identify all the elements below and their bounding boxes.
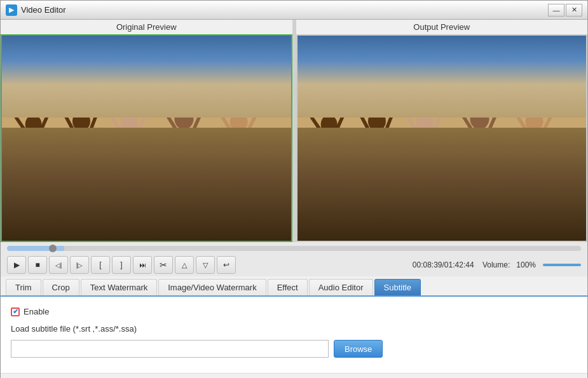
svg-point-53 [525,112,543,132]
volume-value: 100% [516,260,536,269]
stop-button[interactable]: ■ [28,256,47,274]
svg-point-22 [230,112,248,132]
svg-point-6 [25,115,42,134]
svg-rect-32 [297,36,587,118]
video-editor-window: ▶ Video Editor — ✕ Original Preview [0,0,588,378]
svg-rect-46 [416,132,433,161]
subtitle-content-area: ✔ Enable Load subtitle file (*.srt ,*.as… [1,297,587,373]
svg-point-49 [470,109,489,129]
scrubber-area [1,242,587,253]
svg-rect-33 [329,43,425,97]
svg-rect-0 [2,36,291,241]
svg-rect-15 [121,132,137,161]
transport-bar: ▶ ■ ◁| |▷ [ ] ⏭ ✂ △ ▽ ↩ 00:08:39/01:42:4… [1,253,587,276]
volume-label: Volume: [482,260,510,269]
svg-rect-11 [73,130,90,160]
prev-frame-button[interactable]: ◁| [49,256,68,274]
svg-rect-28 [2,199,129,210]
svg-rect-27 [239,206,287,241]
output-preview-label: Output Preview [296,20,588,34]
svg-rect-58 [568,176,586,241]
svg-rect-31 [297,36,587,241]
svg-point-37 [320,115,337,134]
svg-rect-38 [322,132,336,159]
close-button[interactable]: ✕ [566,4,582,17]
skip-end-button[interactable]: ⏭ [133,256,152,274]
svg-rect-23 [231,130,247,161]
volume-control [543,264,581,266]
delete-segment-button[interactable]: △ [175,256,194,274]
enable-checkbox[interactable]: ✔ [11,307,20,316]
minimize-button[interactable]: — [548,4,564,17]
enable-row: ✔ Enable [11,307,577,316]
volume-slider[interactable] [543,264,581,266]
mark-out-button[interactable]: ] [112,256,131,274]
tab-audio-editor[interactable]: Audio Editor [309,279,373,295]
output-preview-video [296,34,588,242]
play-button[interactable]: ▶ [7,256,26,274]
svg-point-45 [416,114,434,133]
scrubber-track[interactable] [7,246,581,251]
tab-subtitle[interactable]: Subtitle [374,279,421,295]
scrubber-thumb[interactable] [49,245,57,252]
original-video-svg [2,36,291,241]
enable-label: Enable [24,307,49,316]
svg-rect-60 [438,196,561,206]
original-video-frame [2,36,291,241]
output-video-frame [297,36,587,241]
svg-rect-34 [332,46,421,93]
tab-bar: Trim Crop Text Watermark Image/Video Wat… [1,276,587,297]
footer: OK Cancel [1,373,587,378]
original-preview-label: Original Preview [1,20,292,34]
tab-effect[interactable]: Effect [268,279,308,295]
svg-rect-7 [27,132,41,159]
svg-rect-19 [175,128,193,161]
svg-point-18 [174,109,193,129]
delete-alt-button[interactable]: ▽ [196,256,215,274]
original-preview-panel: Original Preview [1,20,292,242]
tab-image-video-watermark[interactable]: Image/Video Watermark [158,279,266,295]
svg-rect-2 [34,43,130,97]
svg-rect-1 [2,36,291,118]
output-preview-panel: Output Preview [296,20,588,242]
svg-rect-50 [470,128,488,161]
original-preview-video [1,34,292,242]
checkbox-check-icon: ✔ [13,307,18,316]
svg-rect-30 [2,36,291,240]
output-video-svg [297,36,587,241]
subtitle-file-desc: Load subtitle file (*.srt ,*.ass/*.ssa) [11,324,577,334]
tab-crop[interactable]: Crop [43,279,79,295]
window-controls: — ✕ [548,4,582,17]
tab-trim[interactable]: Trim [6,279,41,295]
svg-point-10 [72,111,90,131]
time-display: 00:08:39/01:42:44 Volume: 100% [238,260,541,269]
svg-rect-4 [2,172,291,241]
subtitle-file-input[interactable] [11,340,329,358]
svg-rect-3 [37,46,126,93]
svg-point-26 [239,159,287,213]
svg-rect-42 [369,130,385,160]
svg-point-57 [565,138,586,180]
svg-point-14 [120,114,138,133]
svg-rect-59 [297,199,425,210]
svg-rect-35 [297,172,587,241]
svg-rect-29 [143,196,266,206]
tab-text-watermark[interactable]: Text Watermark [81,279,158,295]
preview-area: Original Preview [1,20,587,242]
time-value: 00:08:39/01:42:44 [413,260,474,269]
next-frame-button[interactable]: |▷ [70,256,89,274]
mark-in-button[interactable]: [ [91,256,110,274]
browse-button[interactable]: Browse [334,340,383,358]
file-input-row: Browse [11,340,577,358]
cut-button[interactable]: ✂ [154,256,173,274]
app-icon: ▶ [6,4,17,16]
svg-point-41 [367,111,385,131]
window-title: Video Editor [21,5,548,15]
title-bar: ▶ Video Editor — ✕ [1,1,587,20]
svg-rect-54 [526,130,542,161]
undo-button[interactable]: ↩ [217,256,236,274]
